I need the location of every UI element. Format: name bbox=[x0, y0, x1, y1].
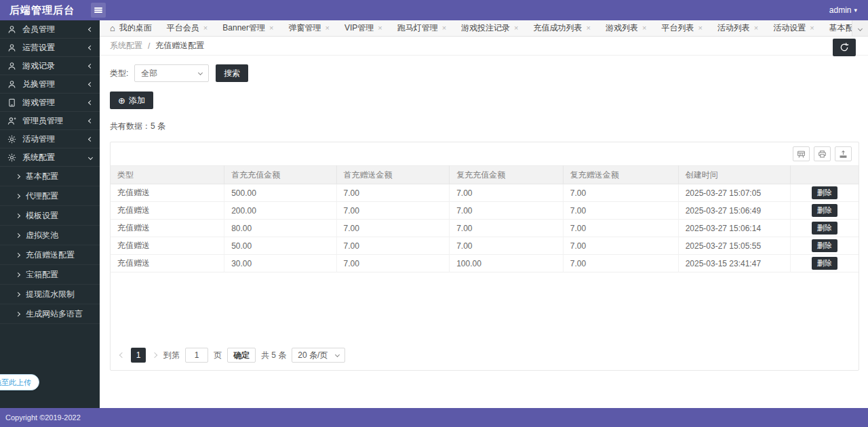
close-icon[interactable]: × bbox=[203, 24, 208, 32]
page-number-active[interactable]: 1 bbox=[131, 348, 146, 363]
sidebar-item-exchange[interactable]: 兑换管理 bbox=[0, 75, 100, 94]
sidebar-item-game-records[interactable]: 游戏记录 bbox=[0, 57, 100, 75]
sidebar-item-admins[interactable]: 管理员管理 bbox=[0, 112, 100, 130]
page-unit-label: 页 bbox=[214, 350, 222, 361]
sidebar-item-label: 运营设置 bbox=[22, 42, 55, 54]
breadcrumb-separator: / bbox=[148, 41, 150, 51]
close-icon[interactable]: × bbox=[754, 24, 758, 32]
tab-home[interactable]: ⌂ 我的桌面 bbox=[102, 20, 159, 37]
pagination: 1 到第 页 确定 共 5 条 20 条/页 bbox=[119, 348, 345, 363]
col-header-first-gift: 首充赠送金额 bbox=[336, 166, 450, 184]
chevron-right-icon bbox=[16, 193, 20, 198]
sidebar-subitem-label: 宝箱配置 bbox=[26, 269, 58, 281]
chevron-left-icon bbox=[88, 45, 93, 49]
tab-item[interactable]: 游戏投注记录× bbox=[454, 20, 526, 37]
cell-first-recharge: 500.00 bbox=[224, 184, 336, 202]
goto-page-label: 到第 bbox=[163, 350, 180, 361]
columns-icon bbox=[797, 150, 806, 159]
close-icon[interactable]: × bbox=[442, 24, 446, 32]
sidebar-subitem-agent-config[interactable]: 代理配置 bbox=[0, 186, 100, 206]
sidebar-item-operations[interactable]: 运营设置 bbox=[0, 39, 100, 57]
add-button[interactable]: ⊕ 添加 bbox=[110, 92, 153, 109]
refresh-button[interactable] bbox=[833, 39, 856, 56]
table-toolbar bbox=[111, 142, 859, 165]
tab-label: 弹窗管理 bbox=[288, 22, 321, 34]
close-icon[interactable]: × bbox=[514, 24, 518, 32]
next-page-button[interactable] bbox=[151, 353, 158, 357]
sidebar-subitem-site-languages[interactable]: 生成网站多语言 bbox=[0, 304, 100, 324]
tab-item[interactable]: VIP管理× bbox=[337, 20, 390, 37]
export-button[interactable] bbox=[835, 146, 852, 161]
cell-created: 2025-03-15 23:41:47 bbox=[678, 255, 790, 272]
goto-page-input[interactable] bbox=[185, 348, 208, 363]
print-button[interactable] bbox=[814, 146, 831, 161]
cell-first-gift: 7.00 bbox=[336, 237, 450, 255]
sidebar-subitem-basic-config[interactable]: 基本配置 bbox=[0, 167, 100, 186]
per-page-select[interactable]: 20 条/页 bbox=[292, 348, 345, 363]
sidebar-item-label: 管理员管理 bbox=[22, 115, 63, 127]
cell-created: 2025-03-27 15:06:14 bbox=[678, 220, 790, 237]
main-area: ⌂ 我的桌面 平台会员× Banner管理× 弹窗管理× VIP管理× 跑马灯管… bbox=[100, 20, 868, 408]
sidebar-item-members[interactable]: 会员管理 bbox=[0, 20, 100, 39]
copyright-text: Copyright ©2019-2022 bbox=[5, 413, 81, 422]
tab-item[interactable]: Banner管理× bbox=[215, 20, 281, 37]
tab-overflow-button[interactable] bbox=[852, 20, 868, 37]
tab-label: 活动列表 bbox=[717, 22, 750, 34]
type-select[interactable]: 全部 bbox=[134, 64, 209, 82]
columns-filter-button[interactable] bbox=[793, 146, 810, 161]
cell-created: 2025-03-27 15:05:55 bbox=[678, 237, 790, 255]
tab-label: VIP管理 bbox=[344, 22, 374, 34]
sidebar-subitem-recharge-gift-config[interactable]: 充值赠送配置 bbox=[0, 245, 100, 265]
cell-first-gift: 7.00 bbox=[336, 220, 450, 237]
tab-item[interactable]: 充值成功列表× bbox=[526, 20, 598, 37]
table-header-row: 类型 首充充值金额 首充赠送金额 复充充值金额 复充赠送金额 创建时间 bbox=[111, 166, 859, 184]
sidebar-item-label: 兑换管理 bbox=[22, 79, 55, 90]
sidebar-subitem-virtual-pool[interactable]: 虚拟奖池 bbox=[0, 226, 100, 245]
caret-down-icon: ▾ bbox=[854, 7, 857, 14]
close-icon[interactable]: × bbox=[642, 24, 646, 32]
confirm-page-button[interactable]: 确定 bbox=[227, 348, 256, 363]
tab-item[interactable]: 活动列表× bbox=[710, 20, 766, 37]
footer: Copyright ©2019-2022 bbox=[0, 408, 868, 427]
tab-item[interactable]: 跑马灯管理× bbox=[390, 20, 454, 37]
tab-item[interactable]: 平台会员× bbox=[159, 20, 215, 37]
sidebar-item-system-config[interactable]: 系统配置 bbox=[0, 148, 100, 167]
upload-drop-pill[interactable]: 拖至此上传 bbox=[0, 374, 39, 390]
close-icon[interactable]: × bbox=[269, 24, 273, 32]
search-button[interactable]: 搜索 bbox=[216, 64, 248, 82]
sidebar: 会员管理 运营设置 游戏记录 兑换管理 游戏管理 管理员管理 活动管理 系统配置 bbox=[0, 20, 100, 408]
close-icon[interactable]: × bbox=[698, 24, 702, 32]
sidebar-subitem-treasure-config[interactable]: 宝箱配置 bbox=[0, 265, 100, 285]
sidebar-item-activities[interactable]: 活动管理 bbox=[0, 130, 100, 148]
cell-re-recharge: 100.00 bbox=[450, 255, 564, 272]
hamburger-icon bbox=[94, 6, 102, 14]
sidebar-item-label: 会员管理 bbox=[22, 24, 55, 35]
col-header-created: 创建时间 bbox=[678, 166, 790, 184]
breadcrumb-parent[interactable]: 系统配置 bbox=[110, 40, 142, 52]
close-icon[interactable]: × bbox=[325, 24, 329, 32]
tab-item[interactable]: 活动设置× bbox=[766, 20, 821, 37]
top-header: 后端管理后台 admin ▾ bbox=[0, 0, 868, 20]
sidebar-subitem-template-settings[interactable]: 模板设置 bbox=[0, 206, 100, 226]
sidebar-subitem-withdraw-flow-limit[interactable]: 提现流水限制 bbox=[0, 285, 100, 304]
close-icon[interactable]: × bbox=[810, 24, 814, 32]
delete-button[interactable]: 删除 bbox=[812, 239, 837, 252]
tab-item[interactable]: 游戏列表× bbox=[598, 20, 654, 37]
tab-item[interactable]: 弹窗管理× bbox=[281, 20, 336, 37]
sidebar-item-games[interactable]: 游戏管理 bbox=[0, 94, 100, 112]
prev-page-button[interactable] bbox=[119, 353, 125, 357]
chevron-right-icon bbox=[16, 174, 20, 178]
chevron-left-icon bbox=[88, 136, 93, 141]
delete-button[interactable]: 删除 bbox=[812, 204, 837, 217]
chevron-down-icon bbox=[88, 155, 93, 159]
chevron-right-icon bbox=[16, 291, 20, 296]
close-icon[interactable]: × bbox=[378, 24, 382, 32]
cell-re-recharge: 7.00 bbox=[450, 202, 564, 220]
delete-button[interactable]: 删除 bbox=[812, 186, 837, 199]
tab-item[interactable]: 平台列表× bbox=[654, 20, 709, 37]
delete-button[interactable]: 删除 bbox=[812, 222, 837, 235]
close-icon[interactable]: × bbox=[587, 24, 591, 32]
delete-button[interactable]: 删除 bbox=[812, 257, 837, 270]
user-menu[interactable]: admin ▾ bbox=[829, 5, 857, 15]
sidebar-toggle-button[interactable] bbox=[91, 3, 106, 18]
